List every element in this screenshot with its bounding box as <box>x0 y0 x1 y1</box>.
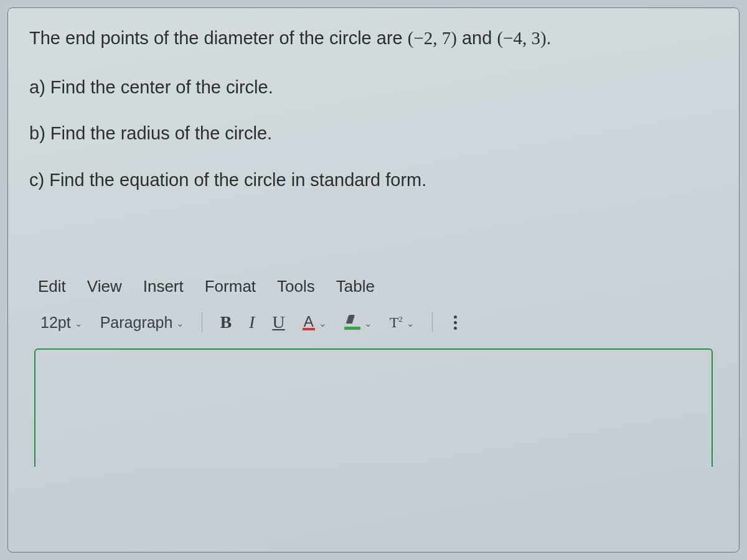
rich-text-editor: Edit View Insert Format Tools Table 12pt… <box>29 273 718 467</box>
menu-view[interactable]: View <box>87 277 122 296</box>
superscript-icon: T2 <box>390 315 403 330</box>
editor-toolbar: 12pt ⌄ Paragraph ⌄ B I U A ⌄ <box>34 309 713 348</box>
intro-connector: and <box>462 28 497 48</box>
highlight-color-dropdown[interactable]: ⌄ <box>342 314 375 331</box>
underline-button[interactable]: U <box>270 312 287 332</box>
bold-icon: B <box>220 314 232 331</box>
question-part-a: a) Find the center of the circle. <box>29 75 718 100</box>
block-style-dropdown[interactable]: Paragraph ⌄ <box>98 314 187 332</box>
question-text: The end points of the diameter of the ci… <box>29 26 718 192</box>
italic-button[interactable]: I <box>247 312 257 332</box>
question-intro: The end points of the diameter of the ci… <box>29 26 718 51</box>
editor-menubar: Edit View Insert Format Tools Table <box>34 273 713 309</box>
menu-edit[interactable]: Edit <box>38 277 66 296</box>
question-panel: The end points of the diameter of the ci… <box>7 7 740 553</box>
kebab-menu-icon <box>450 314 461 331</box>
chevron-down-icon: ⌄ <box>75 319 83 328</box>
chevron-down-icon: ⌄ <box>176 319 184 328</box>
chevron-down-icon: ⌄ <box>364 319 372 328</box>
menu-tools[interactable]: Tools <box>277 277 315 296</box>
text-color-dropdown[interactable]: A ⌄ <box>300 314 329 332</box>
highlighter-icon <box>344 315 360 330</box>
point-1: (−2, 7) <box>408 28 457 48</box>
toolbar-separator <box>202 312 202 332</box>
text-color-icon: A <box>303 315 315 331</box>
question-part-b: b) Find the radius of the circle. <box>29 121 718 146</box>
menu-format[interactable]: Format <box>205 277 256 296</box>
menu-insert[interactable]: Insert <box>143 277 184 296</box>
font-size-label: 12pt <box>40 315 71 330</box>
italic-icon: I <box>249 314 255 331</box>
chevron-down-icon: ⌄ <box>406 319 415 328</box>
bold-button[interactable]: B <box>217 312 234 332</box>
block-style-label: Paragraph <box>100 315 173 330</box>
menu-table[interactable]: Table <box>336 277 375 296</box>
underline-icon: U <box>272 314 284 331</box>
toolbar-separator <box>432 312 433 332</box>
question-part-c: c) Find the equation of the circle in st… <box>29 167 718 193</box>
superscript-dropdown[interactable]: T2 ⌄ <box>387 314 417 331</box>
intro-prefix: The end points of the diameter of the ci… <box>29 28 408 48</box>
intro-suffix: . <box>547 28 552 48</box>
point-2: (−4, 3) <box>497 28 546 48</box>
font-size-dropdown[interactable]: 12pt ⌄ <box>38 314 85 332</box>
more-tools-button[interactable] <box>448 313 463 332</box>
chevron-down-icon: ⌄ <box>319 319 327 328</box>
answer-input[interactable] <box>34 348 713 467</box>
